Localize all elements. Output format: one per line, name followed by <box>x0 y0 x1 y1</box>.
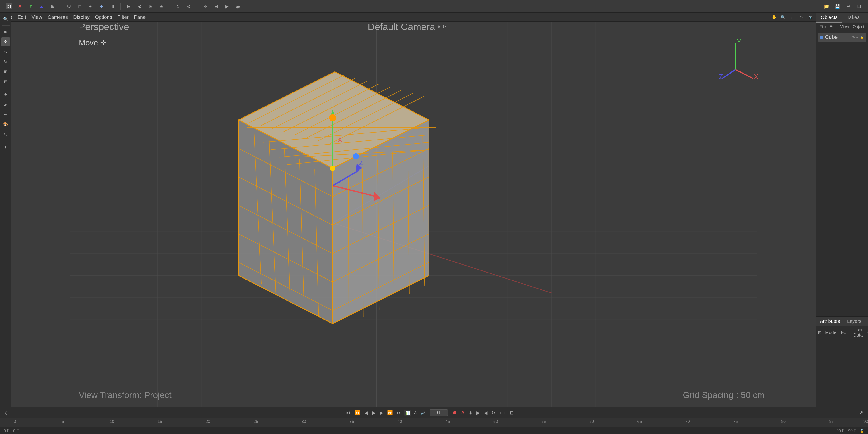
svg-text:30: 30 <box>302 419 306 424</box>
rotate-btn[interactable]: ↻ <box>174 2 182 11</box>
transform-tool[interactable]: ⊞ <box>1 67 10 76</box>
vp-hand-btn[interactable]: ✋ <box>770 13 778 21</box>
tl-next-frame-btn[interactable]: ▶ <box>378 409 384 416</box>
align-tool[interactable]: ⊟ <box>1 77 10 86</box>
scale-tool[interactable]: ⤡ <box>1 47 10 56</box>
tl-add-key-btn[interactable]: ⊕ <box>467 409 474 416</box>
top-menubar: C4 X Y Z ⊞ ⬡ ◻ ◈ ◆ ◨ ⊞ ⚙ ⊞ ⊞ ↻ ⚙ ✛ ⊟ ▶ ◉… <box>0 0 868 13</box>
status-lock-icon[interactable]: 🔒 <box>860 429 864 433</box>
attr-edit-btn[interactable]: Edit <box>839 329 850 336</box>
tl-goto-start-btn[interactable]: ⏮ <box>344 409 352 416</box>
menu-filter[interactable]: Filter <box>115 14 131 20</box>
tl-forward-btn[interactable]: ▶ <box>475 409 481 416</box>
menu-options[interactable]: Options <box>93 14 114 20</box>
select-tool[interactable]: ⊕ <box>1 27 10 36</box>
tl-loop-btn[interactable]: ↻ <box>490 409 497 416</box>
current-frame-input[interactable] <box>430 409 448 416</box>
align-btn[interactable]: ⊟ <box>212 2 221 11</box>
vp-zoom-btn[interactable]: 🔍 <box>779 13 787 21</box>
object-item-cube[interactable]: Cube ✎ ✓ 🔒 <box>818 33 866 41</box>
tl-mode1-btn[interactable]: 📊 <box>404 410 411 416</box>
vp-camera-icon[interactable]: 📷 <box>806 13 814 21</box>
paint-tool[interactable]: 🎨 <box>1 120 10 129</box>
menu-cameras[interactable]: Cameras <box>45 14 70 20</box>
pen-tool[interactable]: ✒ <box>1 110 10 119</box>
tl-curve-btn[interactable]: ↗ <box>858 409 864 416</box>
move-tool[interactable]: ✛ <box>1 37 10 46</box>
attr-tabs: Attributes Layers <box>816 317 868 326</box>
obj-file-btn[interactable]: File <box>818 24 827 30</box>
axis-x-label: X <box>16 2 24 11</box>
menu-edit[interactable]: Edit <box>15 14 28 20</box>
tab-layers[interactable]: Layers <box>844 317 865 326</box>
tl-key-diamond[interactable]: ◇ <box>4 409 10 416</box>
object-visible-icon[interactable]: ✎ <box>852 35 855 39</box>
app-icon[interactable]: C4 <box>4 2 13 11</box>
tl-mode2-btn[interactable]: A <box>413 410 418 416</box>
sculpt-mode-btn[interactable]: ◆ <box>97 2 106 11</box>
rotate-tool[interactable]: ↻ <box>1 57 10 66</box>
attr-toolbar: ⊡ Mode Edit User Data ← ↑ 🔍 🔒 ⚙ ⤢ <box>816 326 868 339</box>
obj-tags-btn[interactable]: Tags <box>867 24 868 30</box>
snap-btn[interactable]: ⊞ <box>124 2 133 11</box>
snap-tool[interactable]: ✦ <box>1 143 10 152</box>
coord-icon[interactable]: ⊞ <box>48 2 57 11</box>
object-mode-btn[interactable]: ⬡ <box>64 2 73 11</box>
tl-bounce-btn[interactable]: ⟷ <box>498 409 507 416</box>
render-settings-btn[interactable]: ⚙ <box>135 2 144 11</box>
tl-prev-key-btn[interactable]: ⏪ <box>353 409 362 416</box>
tl-next-key-btn[interactable]: ⏩ <box>386 409 394 416</box>
tab-takes[interactable]: Takes <box>842 13 864 23</box>
status-frame-current: 0 F <box>4 429 9 433</box>
timeline-status: 0 F 0 F 90 F 90 F 🔒 <box>0 428 868 434</box>
paint-mode-btn[interactable]: ◈ <box>86 2 95 11</box>
attr-userdata-btn[interactable]: User Data <box>851 327 865 338</box>
tl-goto-end-btn[interactable]: ⏭ <box>396 409 403 416</box>
mesh-mode-btn[interactable]: ◻ <box>75 2 84 11</box>
save-btn[interactable]: 💾 <box>833 2 842 11</box>
attr-back-btn[interactable]: ← <box>866 330 868 335</box>
tl-backward-btn[interactable]: ◀ <box>483 409 489 416</box>
asset-browser-btn[interactable]: 📁 <box>822 2 831 11</box>
attr-mode-btn[interactable]: Mode <box>823 329 838 336</box>
svg-text:75: 75 <box>733 419 738 424</box>
undo-history-btn[interactable]: ↩ <box>844 2 852 11</box>
tl-more-btn[interactable]: ☰ <box>517 409 523 416</box>
obj-edit-btn[interactable]: Edit <box>828 24 838 30</box>
left-tool-panel: 🔍 ⊕ ✛ ⤡ ↻ ⊞ ⊟ ✦ 🖌 ✒ 🎨 ⬡ ✦ <box>0 13 11 407</box>
search-tool[interactable]: 🔍 <box>1 15 10 24</box>
render-view-btn[interactable]: ◉ <box>233 2 242 11</box>
anim-settings-btn[interactable]: ⚙ <box>184 2 193 11</box>
menu-panel[interactable]: Panel <box>132 14 149 20</box>
grid2-btn[interactable]: ⊞ <box>157 2 166 11</box>
vp-settings-btn[interactable]: ⚙ <box>797 13 805 21</box>
tl-autokey-btn[interactable]: A <box>460 409 466 416</box>
tl-prev-frame-btn[interactable]: ◀ <box>363 409 369 416</box>
svg-text:85: 85 <box>829 419 834 424</box>
polygon-pen-tool[interactable]: ✦ <box>1 90 10 99</box>
viewport[interactable]: x z Perspective Default Camera ✏ Move ✛ … <box>11 13 816 407</box>
render-btn[interactable]: ▶ <box>222 2 231 11</box>
tl-audio-btn[interactable]: 🔊 <box>419 410 427 416</box>
menu-display[interactable]: Display <box>71 14 92 20</box>
tab-objects[interactable]: Objects <box>816 13 842 23</box>
object-lock-icon[interactable]: 🔒 <box>860 35 864 39</box>
obj-object-btn[interactable]: Object <box>851 24 866 30</box>
grid-btn[interactable]: ⊞ <box>146 2 155 11</box>
svg-text:Grid Spacing : 50 cm: Grid Spacing : 50 cm <box>683 390 765 400</box>
motion-mode-btn[interactable]: ◨ <box>108 2 117 11</box>
console-btn[interactable]: ⊡ <box>855 2 864 11</box>
brush-tool[interactable]: 🖌 <box>1 100 10 109</box>
timeline-ruler[interactable]: 0 5 10 15 20 25 30 35 40 45 50 55 60 65 … <box>0 418 868 428</box>
menu-view-vp[interactable]: View <box>29 14 44 20</box>
svg-point-82 <box>329 114 336 121</box>
tl-record-btn[interactable]: ⏺ <box>451 409 459 416</box>
object-check-icon[interactable]: ✓ <box>856 35 859 39</box>
tl-play-btn[interactable]: ▶ <box>370 409 377 417</box>
obj-view-btn[interactable]: View <box>839 24 850 30</box>
vp-fullscreen-btn[interactable]: ⤢ <box>788 13 796 21</box>
tl-options-btn[interactable]: ⊟ <box>508 409 515 416</box>
move-btn2[interactable]: ✛ <box>201 2 210 11</box>
tab-attributes[interactable]: Attributes <box>816 317 844 326</box>
sculpt-tool[interactable]: ⬡ <box>1 130 10 139</box>
